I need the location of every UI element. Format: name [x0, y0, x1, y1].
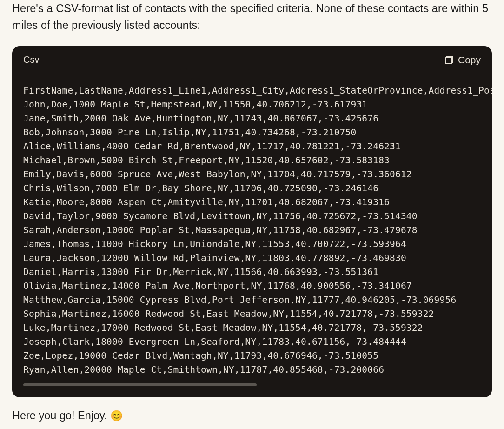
horizontal-scrollbar[interactable]: [23, 383, 257, 386]
code-block: Csv Copy FirstName,LastName,Address1_Lin…: [12, 46, 492, 397]
copy-icon: [445, 56, 453, 64]
closing-text-content: Here you go! Enjoy.: [12, 409, 107, 422]
intro-paragraph: Here's a CSV-format list of contacts wit…: [12, 0, 492, 34]
closing-paragraph: Here you go! Enjoy. 😊: [12, 409, 492, 422]
csv-code-text: FirstName,LastName,Address1_Line1,Addres…: [23, 84, 481, 377]
copy-button-label: Copy: [458, 54, 481, 66]
code-language-label: Csv: [23, 54, 39, 65]
code-block-header: Csv Copy: [12, 46, 492, 74]
code-content-scroll[interactable]: FirstName,LastName,Address1_Line1,Addres…: [12, 74, 492, 397]
copy-button[interactable]: Copy: [445, 54, 481, 66]
smile-emoji: 😊: [110, 410, 123, 422]
